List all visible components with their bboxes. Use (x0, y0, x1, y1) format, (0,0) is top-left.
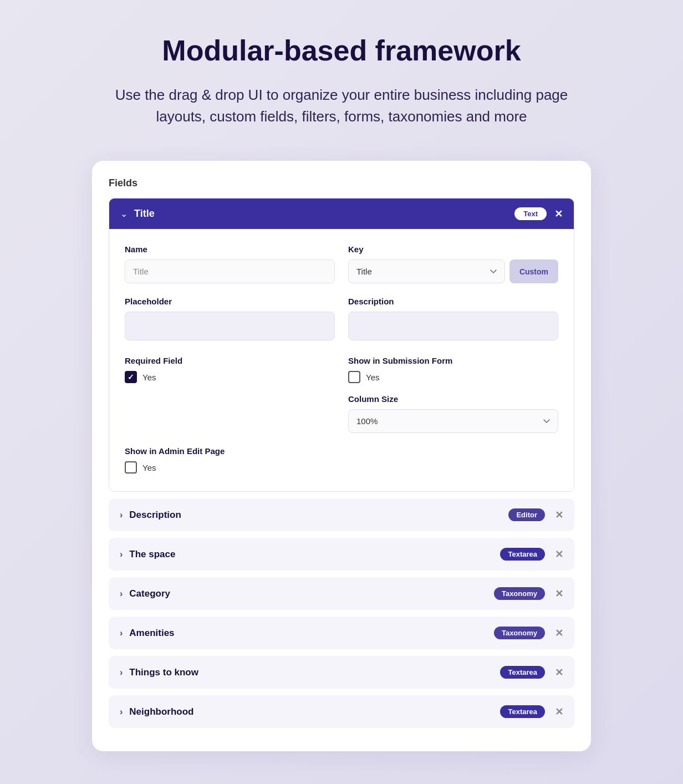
name-key-row: Name Key Title Custom (125, 245, 558, 283)
placeholder-label: Placeholder (125, 297, 335, 306)
field-row-neighborhood[interactable]: › Neighborhood Textarea ✕ (109, 695, 574, 728)
close-icon[interactable]: ✕ (555, 588, 563, 600)
key-input-group: Title Custom (348, 259, 558, 283)
placeholder-col: Placeholder (125, 297, 335, 343)
field-row-category[interactable]: › Category Taxonomy ✕ (109, 577, 574, 610)
chevron-right-icon: › (120, 628, 123, 638)
required-checkbox-row: Yes (125, 371, 335, 383)
description-label: Description (348, 297, 558, 306)
key-select[interactable]: Title (348, 259, 505, 283)
admin-edit-label: Show in Admin Edit Page (125, 446, 335, 456)
close-icon[interactable]: ✕ (555, 548, 563, 561)
custom-button[interactable]: Custom (509, 259, 558, 283)
name-input[interactable] (125, 259, 335, 283)
close-icon[interactable]: ✕ (554, 208, 563, 220)
field-row-description[interactable]: › Description Editor ✕ (109, 498, 574, 531)
field-row-title: Description (129, 510, 508, 521)
field-badge: Textarea (500, 705, 545, 718)
field-badge: Editor (508, 508, 545, 521)
chevron-right-icon: › (120, 549, 123, 559)
field-badge: Textarea (500, 666, 545, 679)
chevron-right-icon: › (120, 668, 123, 678)
expanded-field-header[interactable]: ⌄ Title Text ✕ (109, 198, 574, 229)
submission-col: Show in Submission Form Yes Column Size … (348, 356, 558, 433)
admin-yes-label: Yes (142, 463, 156, 472)
admin-edit-row: Show in Admin Edit Page Yes (125, 446, 558, 474)
chevron-right-icon: › (120, 589, 123, 599)
required-yes-label: Yes (142, 373, 156, 382)
field-badge: Taxonomy (494, 627, 545, 639)
field-row-amenities[interactable]: › Amenities Taxonomy ✕ (109, 617, 574, 649)
field-row-the-space[interactable]: › The space Textarea ✕ (109, 538, 574, 571)
field-row-title: Amenities (129, 628, 494, 639)
other-fields-container: › Description Editor ✕ › The space Texta… (109, 498, 574, 728)
chevron-down-icon: ⌄ (120, 208, 128, 219)
expanded-field-title: ⌄ Title Text ✕ Name Key Title Custom (109, 198, 574, 492)
description-input[interactable] (348, 312, 558, 340)
main-card: Fields ⌄ Title Text ✕ Name Key Title (92, 161, 591, 751)
close-icon[interactable]: ✕ (555, 627, 563, 639)
field-row-title: Neighborhood (129, 706, 500, 717)
close-icon[interactable]: ✕ (555, 706, 563, 718)
admin-edit-checkbox[interactable] (125, 461, 137, 474)
required-checkbox[interactable] (125, 371, 137, 383)
required-col: Required Field Yes (125, 356, 335, 433)
submission-yes-label: Yes (366, 373, 379, 382)
chevron-right-icon: › (120, 707, 123, 717)
page-subtitle: Use the drag & drop UI to organize your … (92, 84, 591, 128)
field-row-things-to-know[interactable]: › Things to know Textarea ✕ (109, 656, 574, 689)
field-type-badge-text: Text (514, 207, 547, 220)
name-label: Name (125, 245, 335, 254)
placeholder-input[interactable] (125, 312, 335, 340)
description-col: Description (348, 297, 558, 343)
expanded-field-title-text: Title (134, 208, 514, 220)
field-badge: Textarea (500, 548, 545, 561)
close-icon[interactable]: ✕ (555, 666, 563, 679)
key-col: Key Title Custom (348, 245, 558, 283)
field-badge: Taxonomy (494, 587, 545, 600)
close-icon[interactable]: ✕ (555, 509, 563, 521)
submission-checkbox-row: Yes (348, 371, 558, 383)
admin-edit-spacer (348, 446, 558, 474)
key-label: Key (348, 245, 558, 254)
required-field-label: Required Field (125, 356, 335, 365)
admin-checkbox-row: Yes (125, 461, 335, 474)
field-row-title: The space (129, 549, 500, 560)
column-size-label: Column Size (348, 394, 558, 404)
column-size-select[interactable]: 100% 75% 50% 33% 25% (348, 409, 558, 433)
required-submission-row: Required Field Yes Show in Submission Fo… (125, 356, 558, 433)
fields-label: Fields (109, 177, 574, 189)
admin-edit-col: Show in Admin Edit Page Yes (125, 446, 335, 474)
name-col: Name (125, 245, 335, 283)
placeholder-description-row: Placeholder Description (125, 297, 558, 343)
field-row-title: Things to know (129, 667, 500, 678)
field-row-title: Category (129, 588, 494, 599)
expanded-field-body: Name Key Title Custom Placeholder (109, 229, 574, 491)
page-title: Modular-based framework (162, 33, 521, 68)
show-submission-label: Show in Submission Form (348, 356, 558, 365)
chevron-right-icon: › (120, 510, 123, 520)
submission-checkbox[interactable] (348, 371, 360, 383)
